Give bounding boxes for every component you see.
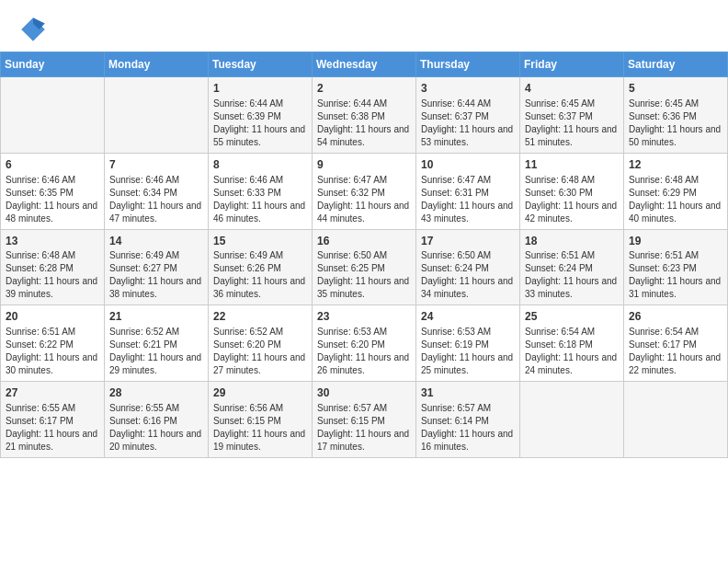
header-tuesday: Tuesday [209, 52, 313, 77]
calendar-day-25: 25Sunrise: 6:54 AM Sunset: 6:18 PM Dayli… [520, 305, 624, 382]
day-number: 17 [421, 234, 515, 249]
calendar-week-row: 1Sunrise: 6:44 AM Sunset: 6:39 PM Daylig… [1, 77, 728, 154]
calendar-day-3: 3Sunrise: 6:44 AM Sunset: 6:37 PM Daylig… [416, 77, 520, 154]
calendar-day-4: 4Sunrise: 6:45 AM Sunset: 6:37 PM Daylig… [520, 77, 624, 154]
calendar-day-24: 24Sunrise: 6:53 AM Sunset: 6:19 PM Dayli… [416, 305, 520, 382]
calendar-week-row: 13Sunrise: 6:48 AM Sunset: 6:28 PM Dayli… [1, 229, 728, 305]
calendar-day-31: 31Sunrise: 6:57 AM Sunset: 6:14 PM Dayli… [416, 382, 520, 458]
day-info: Sunrise: 6:54 AM Sunset: 6:18 PM Dayligh… [525, 326, 619, 377]
day-number: 20 [6, 309, 99, 325]
day-info: Sunrise: 6:53 AM Sunset: 6:20 PM Dayligh… [317, 326, 411, 377]
day-number: 10 [421, 157, 515, 173]
day-number: 1 [213, 81, 307, 97]
header-wednesday: Wednesday [313, 52, 416, 77]
calendar-day-1: 1Sunrise: 6:44 AM Sunset: 6:39 PM Daylig… [209, 77, 313, 154]
calendar-day-9: 9Sunrise: 6:47 AM Sunset: 6:32 PM Daylig… [313, 153, 416, 229]
day-number: 21 [109, 309, 203, 325]
day-number: 25 [525, 309, 619, 325]
day-info: Sunrise: 6:51 AM Sunset: 6:22 PM Dayligh… [6, 326, 99, 377]
day-number: 6 [6, 157, 99, 173]
header-monday: Monday [105, 52, 209, 77]
header-thursday: Thursday [416, 52, 520, 77]
day-info: Sunrise: 6:57 AM Sunset: 6:14 PM Dayligh… [421, 402, 515, 454]
calendar-table: SundayMondayTuesdayWednesdayThursdayFrid… [0, 52, 728, 458]
header-sunday: Sunday [1, 52, 105, 77]
header-friday: Friday [520, 52, 624, 77]
day-info: Sunrise: 6:49 AM Sunset: 6:26 PM Dayligh… [213, 249, 307, 301]
day-info: Sunrise: 6:50 AM Sunset: 6:25 PM Dayligh… [317, 249, 411, 301]
header-saturday: Saturday [624, 52, 728, 77]
calendar-day-21: 21Sunrise: 6:52 AM Sunset: 6:21 PM Dayli… [105, 305, 209, 382]
day-info: Sunrise: 6:47 AM Sunset: 6:31 PM Dayligh… [421, 174, 515, 225]
calendar-day-26: 26Sunrise: 6:54 AM Sunset: 6:17 PM Dayli… [624, 305, 728, 382]
calendar-header-row: SundayMondayTuesdayWednesdayThursdayFrid… [1, 52, 728, 77]
day-info: Sunrise: 6:49 AM Sunset: 6:27 PM Dayligh… [109, 249, 203, 301]
day-number: 31 [421, 385, 515, 401]
day-number: 24 [421, 309, 515, 325]
day-info: Sunrise: 6:46 AM Sunset: 6:34 PM Dayligh… [109, 174, 203, 225]
day-number: 27 [6, 385, 99, 401]
logo-icon [18, 15, 48, 44]
calendar-day-22: 22Sunrise: 6:52 AM Sunset: 6:20 PM Dayli… [209, 305, 313, 382]
calendar-empty-cell [624, 382, 728, 458]
day-number: 12 [629, 157, 722, 173]
day-info: Sunrise: 6:57 AM Sunset: 6:15 PM Dayligh… [317, 402, 411, 454]
day-info: Sunrise: 6:48 AM Sunset: 6:30 PM Dayligh… [525, 174, 619, 225]
day-info: Sunrise: 6:51 AM Sunset: 6:23 PM Dayligh… [629, 249, 722, 301]
day-number: 2 [317, 81, 411, 97]
calendar-day-27: 27Sunrise: 6:55 AM Sunset: 6:17 PM Dayli… [1, 382, 105, 458]
logo [18, 15, 51, 44]
day-number: 23 [317, 309, 411, 325]
calendar-day-7: 7Sunrise: 6:46 AM Sunset: 6:34 PM Daylig… [105, 153, 209, 229]
day-number: 28 [109, 385, 203, 401]
calendar-week-row: 6Sunrise: 6:46 AM Sunset: 6:35 PM Daylig… [1, 153, 728, 229]
day-number: 14 [109, 234, 203, 249]
day-number: 18 [525, 234, 619, 249]
calendar-day-28: 28Sunrise: 6:55 AM Sunset: 6:16 PM Dayli… [105, 382, 209, 458]
calendar-day-29: 29Sunrise: 6:56 AM Sunset: 6:15 PM Dayli… [209, 382, 313, 458]
day-info: Sunrise: 6:55 AM Sunset: 6:17 PM Dayligh… [6, 402, 99, 454]
day-number: 15 [213, 234, 307, 249]
day-number: 4 [525, 81, 619, 97]
calendar-day-20: 20Sunrise: 6:51 AM Sunset: 6:22 PM Dayli… [1, 305, 105, 382]
calendar-week-row: 27Sunrise: 6:55 AM Sunset: 6:17 PM Dayli… [1, 382, 728, 458]
calendar-day-12: 12Sunrise: 6:48 AM Sunset: 6:29 PM Dayli… [624, 153, 728, 229]
calendar-day-8: 8Sunrise: 6:46 AM Sunset: 6:33 PM Daylig… [209, 153, 313, 229]
calendar-day-5: 5Sunrise: 6:45 AM Sunset: 6:36 PM Daylig… [624, 77, 728, 154]
day-number: 13 [6, 234, 99, 249]
day-info: Sunrise: 6:46 AM Sunset: 6:35 PM Dayligh… [6, 174, 99, 225]
calendar-empty-cell [1, 77, 105, 154]
day-info: Sunrise: 6:44 AM Sunset: 6:37 PM Dayligh… [421, 98, 515, 149]
day-info: Sunrise: 6:56 AM Sunset: 6:15 PM Dayligh… [213, 402, 307, 454]
day-number: 8 [213, 157, 307, 173]
calendar-day-17: 17Sunrise: 6:50 AM Sunset: 6:24 PM Dayli… [416, 229, 520, 305]
calendar-day-16: 16Sunrise: 6:50 AM Sunset: 6:25 PM Dayli… [313, 229, 416, 305]
day-number: 5 [629, 81, 722, 97]
calendar-day-23: 23Sunrise: 6:53 AM Sunset: 6:20 PM Dayli… [313, 305, 416, 382]
day-info: Sunrise: 6:44 AM Sunset: 6:38 PM Dayligh… [317, 98, 411, 149]
day-number: 11 [525, 157, 619, 173]
calendar-day-30: 30Sunrise: 6:57 AM Sunset: 6:15 PM Dayli… [313, 382, 416, 458]
page-header [0, 0, 728, 52]
day-info: Sunrise: 6:55 AM Sunset: 6:16 PM Dayligh… [109, 402, 203, 454]
day-number: 26 [629, 309, 722, 325]
day-info: Sunrise: 6:45 AM Sunset: 6:36 PM Dayligh… [629, 98, 722, 149]
day-number: 7 [109, 157, 203, 173]
day-info: Sunrise: 6:52 AM Sunset: 6:21 PM Dayligh… [109, 326, 203, 377]
day-number: 9 [317, 157, 411, 173]
calendar-day-18: 18Sunrise: 6:51 AM Sunset: 6:24 PM Dayli… [520, 229, 624, 305]
calendar-day-13: 13Sunrise: 6:48 AM Sunset: 6:28 PM Dayli… [1, 229, 105, 305]
day-info: Sunrise: 6:47 AM Sunset: 6:32 PM Dayligh… [317, 174, 411, 225]
calendar-day-14: 14Sunrise: 6:49 AM Sunset: 6:27 PM Dayli… [105, 229, 209, 305]
day-info: Sunrise: 6:54 AM Sunset: 6:17 PM Dayligh… [629, 326, 722, 377]
day-info: Sunrise: 6:46 AM Sunset: 6:33 PM Dayligh… [213, 174, 307, 225]
day-number: 22 [213, 309, 307, 325]
calendar-day-10: 10Sunrise: 6:47 AM Sunset: 6:31 PM Dayli… [416, 153, 520, 229]
calendar-day-15: 15Sunrise: 6:49 AM Sunset: 6:26 PM Dayli… [209, 229, 313, 305]
day-number: 3 [421, 81, 515, 97]
calendar-day-6: 6Sunrise: 6:46 AM Sunset: 6:35 PM Daylig… [1, 153, 105, 229]
calendar-day-2: 2Sunrise: 6:44 AM Sunset: 6:38 PM Daylig… [313, 77, 416, 154]
calendar-empty-cell [520, 382, 624, 458]
calendar-week-row: 20Sunrise: 6:51 AM Sunset: 6:22 PM Dayli… [1, 305, 728, 382]
day-number: 16 [317, 234, 411, 249]
